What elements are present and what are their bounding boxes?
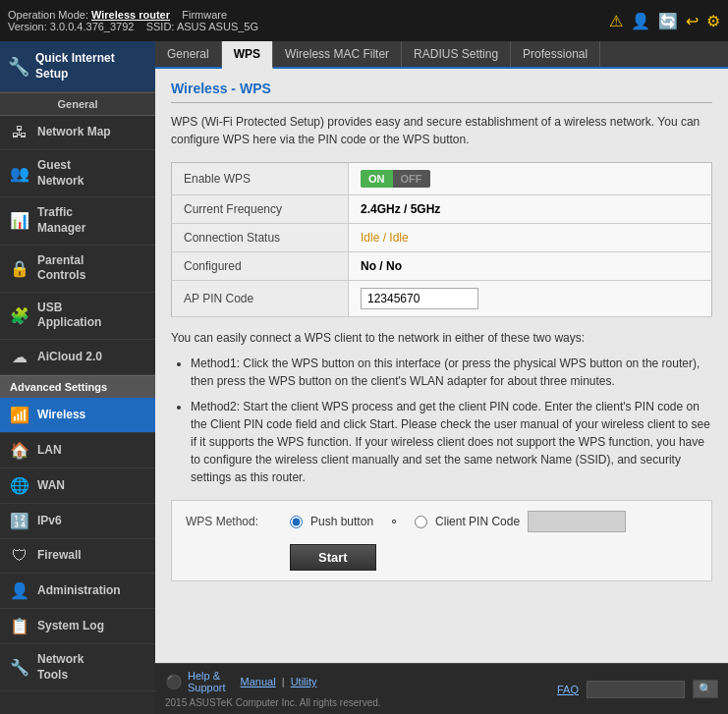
table-row-frequency: Current Frequency 2.4GHz / 5GHz [172,195,712,224]
aicloud-label: AiCloud 2.0 [37,350,102,365]
wireless-icon: 📶 [10,406,29,424]
pin-code-input[interactable] [361,288,478,309]
copyright-text: 2015 ASUSTeK Computer Inc. All rights re… [165,697,381,708]
advanced-settings-header: Advanced Settings [0,375,155,398]
wps-description: WPS (Wi-Fi Protected Setup) provides eas… [171,113,712,148]
wireless-label: Wireless [37,408,85,423]
wps-settings-table: Enable WPS ON OFF Current Frequency 2.4G… [171,162,712,317]
wps-method-section: WPS Method: Push button ⚬ Client PIN Cod… [171,500,712,581]
page-title: Wireless - WPS [171,81,712,103]
connection-status-value: Idle / Idle [349,224,712,252]
tab-wps[interactable]: WPS [222,41,273,69]
parental-controls-label: ParentalControls [37,253,85,284]
main-layout: 🔧 Quick Internet Setup General 🖧 Network… [0,41,728,714]
sidebar-item-lan[interactable]: 🏠 LAN [0,433,155,468]
footer: ⚫ Help &Support Manual | Utility 2015 AS… [155,663,728,714]
content-body: Wireless - WPS WPS (Wi-Fi Protected Setu… [155,69,728,663]
quick-internet-setup[interactable]: 🔧 Quick Internet Setup [0,41,155,92]
toggle-on-label: ON [361,170,393,188]
sidebar-item-usb-application[interactable]: 🧩 USBApplication [0,293,155,340]
administration-icon: 👤 [10,581,29,600]
wps-method-label: WPS Method: [186,511,274,528]
method1-item: Method1: Click the WPS button on this in… [191,355,712,390]
link-separator: | [282,676,285,687]
table-row-pin-code: AP PIN Code [172,281,712,317]
sidebar-item-ipv6[interactable]: 🔢 IPv6 [0,504,155,539]
sidebar-item-aicloud[interactable]: ☁ AiCloud 2.0 [0,340,155,375]
footer-links: Manual | Utility [241,676,317,687]
sidebar-item-network-map[interactable]: 🖧 Network Map [0,116,155,150]
toggle-off-label: OFF [393,170,430,188]
back-icon[interactable]: ↩ [686,12,699,30]
ipv6-label: IPv6 [37,514,62,529]
sidebar-item-guest-network[interactable]: 👥 GuestNetwork [0,150,155,197]
faq-search-button[interactable]: 🔍 [693,680,718,698]
client-pin-input[interactable] [528,511,626,532]
operation-mode-value: Wireless router [91,9,170,21]
sidebar-item-firewall[interactable]: 🛡 Firewall [0,539,155,574]
enable-wps-value: ON OFF [349,163,712,195]
tab-professional[interactable]: Professional [511,41,600,67]
quick-setup-label: Quick Internet Setup [35,51,147,82]
pin-code-value [349,281,712,317]
faq-label[interactable]: FAQ [557,684,579,695]
start-button-row: Start [290,540,626,571]
frequency-text: 2.4GHz / 5GHz [361,202,440,216]
configured-value: No / No [349,252,712,281]
tab-wireless-mac-filter[interactable]: Wireless MAC Filter [273,41,402,67]
frequency-value: 2.4GHz / 5GHz [349,195,712,224]
table-row-connection-status: Connection Status Idle / Idle [172,224,712,252]
push-button-radio[interactable] [290,516,303,528]
traffic-manager-icon: 📊 [10,211,29,230]
refresh-icon[interactable]: 🔄 [658,12,678,30]
footer-right: FAQ 🔍 [557,680,718,698]
radio-divider: ⚬ [389,515,399,528]
sidebar-item-traffic-manager[interactable]: 📊 TrafficManager [0,197,155,245]
wps-method-options: Push button ⚬ Client PIN Code Start [290,511,626,571]
sidebar-item-network-tools[interactable]: 🔧 NetworkTools [0,644,155,691]
table-row-configured: Configured No / No [172,252,712,281]
help-icon: ⚫ [165,674,182,689]
firewall-icon: 🛡 [10,547,29,565]
tab-radius-setting[interactable]: RADIUS Setting [402,41,511,67]
user-icon[interactable]: 👤 [631,12,650,30]
tab-general[interactable]: General [155,41,222,67]
methods-list: Method1: Click the WPS button on this in… [191,355,712,486]
network-map-icon: 🖧 [10,124,29,141]
manual-link[interactable]: Manual [241,676,276,687]
enable-wps-toggle[interactable]: ON OFF [361,170,430,188]
quick-setup-icon: 🔧 [8,56,29,78]
guest-network-icon: 👥 [10,164,29,183]
configured-text: No / No [361,259,402,273]
push-button-row: Push button ⚬ Client PIN Code [290,511,626,532]
lan-icon: 🏠 [10,441,29,460]
operation-mode-line: Operation Mode: Wireless router Firmware [8,9,258,21]
configured-label: Configured [172,252,349,281]
parental-controls-icon: 🔒 [10,259,29,278]
sidebar-item-wan[interactable]: 🌐 WAN [0,468,155,504]
version-label: Version: [8,21,47,32]
client-pin-radio[interactable] [415,516,427,528]
general-section-header: General [0,92,155,116]
client-pin-label: Client PIN Code [435,515,520,528]
tab-bar: General WPS Wireless MAC Filter RADIUS S… [155,41,728,69]
connection-status-text: Idle / Idle [361,231,409,245]
wan-icon: 🌐 [10,476,29,495]
administration-label: Administration [37,583,121,599]
pin-code-label: AP PIN Code [172,281,349,317]
wan-label: WAN [37,478,65,494]
sidebar-item-system-log[interactable]: 📋 System Log [0,609,155,644]
utility-link[interactable]: Utility [291,676,317,687]
sidebar-item-administration[interactable]: 👤 Administration [0,574,155,609]
operation-mode-label: Operation Mode: [8,9,88,21]
sidebar-item-wireless[interactable]: 📶 Wireless [0,398,155,433]
sidebar-item-parental-controls[interactable]: 🔒 ParentalControls [0,246,155,293]
start-button[interactable]: Start [290,544,376,571]
page-title-separator: - [231,81,240,96]
sidebar: 🔧 Quick Internet Setup General 🖧 Network… [0,41,155,714]
faq-search-input[interactable] [587,681,685,698]
lan-label: LAN [37,443,62,459]
warning-icon[interactable]: ⚠ [609,12,623,30]
gear-icon[interactable]: ⚙ [706,12,720,30]
help-support-label: Help &Support [188,670,226,693]
